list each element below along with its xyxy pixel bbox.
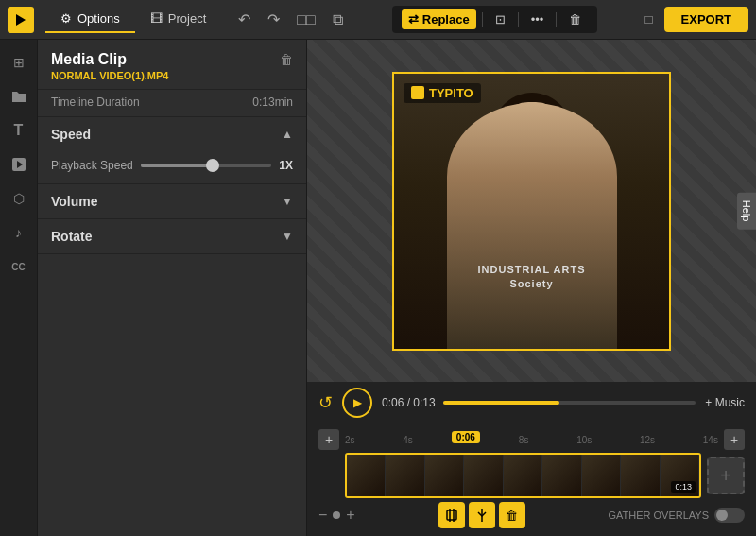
replay-button[interactable]: ↺ [318,392,333,413]
main-layout: ⊞ T ⬡ ♪ CC Media Clip 🗑 NORMAL VIDEO(1).… [0,40,756,536]
video-track: 0:13 [345,453,701,498]
gather-overlays-label: GATHER OVERLAYS [608,510,709,521]
crop-clip-button[interactable] [438,502,465,528]
topbar-edit-actions: ↶ ↷ □□ ⧉ [232,7,348,32]
app-logo [8,7,34,33]
playback-speed-slider[interactable] [141,164,272,167]
clip-tools: 🗑 [438,502,525,528]
timeline-thumb-7 [582,455,621,496]
media-action-toolbar: ⇄ Replace ⊡ ••• 🗑 [392,6,598,33]
caption-icon[interactable]: CC [4,251,34,282]
rotate-accordion-header[interactable]: Rotate ▼ [38,219,306,253]
playback-bar: ↺ ▶ 0:06 / 0:13 + Music [307,382,756,424]
media-clip-header: Media Clip 🗑 NORMAL VIDEO(1).MP4 [38,40,306,90]
text-icon[interactable]: T [4,115,34,146]
zoom-in-button[interactable]: + [346,507,354,524]
crop-button[interactable]: ⊡ [489,9,512,29]
copy-button[interactable]: ⧉ [327,8,349,32]
icon-sidebar: ⊞ T ⬡ ♪ CC [0,40,38,536]
volume-accordion: Volume ▼ [38,184,306,219]
svg-rect-3 [447,510,456,520]
playback-speed-label: Playback Speed [51,159,133,172]
rotate-accordion: Rotate ▼ [38,219,306,254]
playback-time: 0:06 / 0:13 [382,396,436,409]
speed-accordion-header[interactable]: Speed ▲ [38,117,306,151]
canvas-background: TYPITO INDUSTRIAL ARTS Society Help [307,40,756,382]
media-clip-title: Media Clip [51,51,127,68]
timeline-thumb-5 [504,455,542,496]
delete-clip-button[interactable]: 🗑 [499,502,525,528]
music-button[interactable]: + Music [705,396,745,409]
speed-title: Speed [51,127,91,142]
timeline-thumb-2 [386,455,424,496]
delete-media-button[interactable]: 🗑 [562,9,588,29]
timeline-thumb-8 [621,455,660,496]
undo-button[interactable]: ↶ [232,7,256,32]
element-icon[interactable]: ⬡ [4,183,34,214]
more-icon: ••• [531,12,544,26]
media-clip-subtitle: NORMAL VIDEO(1).MP4 [51,70,293,81]
typito-logo-icon [411,86,424,99]
svg-marker-0 [16,14,26,26]
help-tab[interactable]: Help [737,193,756,230]
volume-accordion-header[interactable]: Volume ▼ [38,184,306,218]
playback-speed-value: 1X [279,159,293,172]
toggle-dot [716,510,728,521]
options-panel: Media Clip 🗑 NORMAL VIDEO(1).MP4 Timelin… [38,40,307,536]
folder-icon[interactable] [4,81,34,112]
video-placeholder: TYPITO INDUSTRIAL ARTS Society [394,74,669,349]
redo-button[interactable]: ↷ [262,7,285,32]
timeline-duration-value: 0:13min [252,95,293,109]
video-text-overlay: INDUSTRIAL ARTS Society [478,263,586,292]
timeline-thumb-1 [347,455,386,496]
play-button[interactable]: ▶ [342,388,372,418]
timeline-add-right-button[interactable]: + [724,429,745,450]
split-clip-button[interactable] [469,502,495,528]
delete-clip-button[interactable]: 🗑 [280,52,293,67]
video-body [447,103,617,349]
topbar-tabs: ⚙ Options 🎞 Project [45,6,221,33]
delete-icon: 🗑 [569,12,581,26]
export-button[interactable]: EXPORT [664,7,748,32]
replace-icon: ⇄ [408,12,419,26]
timeline-thumb-4 [464,455,503,496]
gather-overlays-toggle[interactable] [714,508,745,523]
replace-button[interactable]: ⇄ Replace [402,9,476,29]
zoom-out-button[interactable]: − [318,507,327,524]
project-icon: 🎞 [150,11,163,26]
progress-bar[interactable] [443,401,696,405]
separator2 [518,12,519,27]
tab-project[interactable]: 🎞 Project [135,6,221,33]
timeline-thumb-6 [542,455,581,496]
media-clip-title-row: Media Clip 🗑 [51,51,293,68]
music-icon[interactable]: ♪ [4,217,34,248]
timeline-add-left-button[interactable]: + [318,429,339,450]
timeline-duration-row: Timeline Duration 0:13min [38,90,306,117]
duplicate-button[interactable]: □□ [291,8,320,32]
video-frame: TYPITO INDUSTRIAL ARTS Society [392,72,671,351]
layers-icon[interactable]: ⊞ [4,47,34,78]
speed-slider-fill [141,164,213,167]
timeline-playhead: 0:06 [452,431,480,445]
media-icon[interactable] [4,149,34,180]
more-button[interactable]: ••• [524,9,551,29]
topbar: ⚙ Options 🎞 Project ↶ ↷ □□ ⧉ ⇄ Replace ⊡… [0,0,756,40]
separator [482,12,483,27]
timeline-bottom-bar: − + [307,498,756,528]
track-duration-badge: 0:13 [671,481,696,493]
speed-accordion-content: Playback Speed 1X [38,151,306,183]
timeline-duration-label: Timeline Duration [51,95,140,109]
tab-options[interactable]: ⚙ Options [45,6,135,33]
rotate-chevron-icon: ▼ [282,230,293,243]
progress-fill [443,401,559,405]
timeline-add-track-button[interactable]: + [707,457,745,494]
playback-speed-row: Playback Speed 1X [51,159,293,172]
volume-title: Volume [51,194,98,209]
playhead-badge: 0:06 [452,431,480,443]
right-content: TYPITO INDUSTRIAL ARTS Society Help ↺ ▶ [307,40,756,536]
canvas-area: TYPITO INDUSTRIAL ARTS Society Help [307,40,756,382]
share-button[interactable]: □ [641,9,656,30]
timeline: + 2s 4s 6s 0:06 8s 10s 12s 14s + [307,424,756,536]
crop-icon: ⊡ [495,12,506,26]
ruler-marks: 2s 4s 6s 0:06 8s 10s 12s 14s [339,435,724,445]
